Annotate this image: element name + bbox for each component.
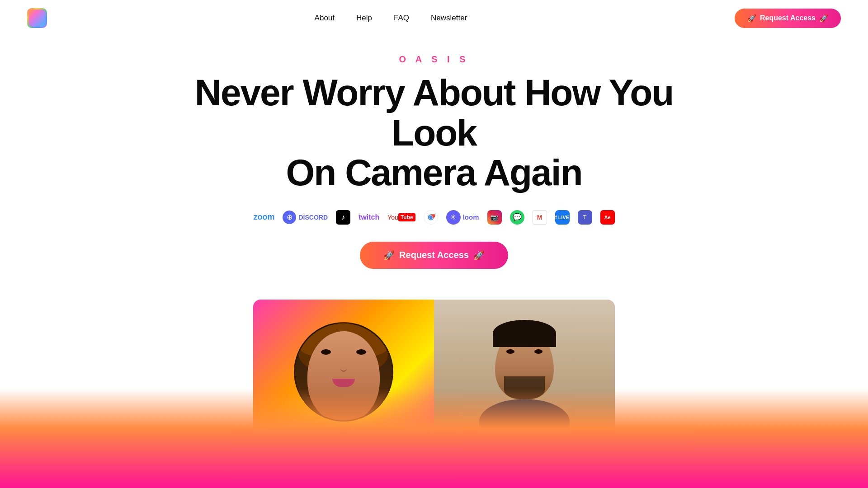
hero-cta-wrapper: 🚀 Request Access 🚀 [9, 242, 859, 269]
hero-request-access-button[interactable]: 🚀 Request Access 🚀 [360, 242, 508, 269]
instagram-icon: 📷 [487, 210, 502, 225]
logo-instagram: 📷 [487, 209, 502, 225]
nav-help[interactable]: Help [356, 14, 372, 23]
loom-icon: ✳ [446, 210, 461, 225]
hero-title-line1: Never Worry About How You Look [195, 72, 674, 153]
nav-request-access-button[interactable]: 🚀 Request Access 🚀 [735, 9, 841, 28]
avatar-face [307, 331, 380, 422]
logo-loom: ✳ loom [446, 209, 479, 225]
logo-tiktok: ♪ [336, 209, 350, 225]
hero-section: O A S I S Never Worry About How You Look… [0, 36, 868, 300]
person-body [479, 399, 570, 444]
tiktok-icon: ♪ [336, 210, 350, 225]
adobe-icon: Ae [600, 210, 615, 225]
video-section [0, 300, 868, 444]
discord-text: DISCORD [298, 214, 328, 221]
gmail-icon: M [533, 210, 547, 225]
logo[interactable] [27, 8, 47, 28]
twitch-text: twitch [359, 213, 379, 221]
nav-newsletter[interactable]: Newsletter [431, 14, 467, 23]
nav-cta-icon-left: 🚀 [747, 14, 756, 23]
avatar-nose [340, 363, 347, 372]
avatar-eye-left [321, 349, 331, 355]
person-beard [504, 376, 545, 399]
nav-about[interactable]: About [315, 14, 335, 23]
navbar: About Help FAQ Newsletter 🚀 Request Acce… [0, 0, 868, 36]
chrome-icon [424, 210, 438, 225]
nav-cta-icon-right: 🚀 [819, 14, 828, 23]
youtube-badge: Tube [398, 213, 415, 221]
person-head [495, 327, 554, 399]
zoom-text: zoom [253, 212, 274, 222]
person-eye-right [534, 349, 542, 354]
logo-twitch: twitch [359, 209, 379, 225]
nav-links: About Help FAQ Newsletter [315, 14, 467, 23]
facebook-live-icon: f LIVE [555, 210, 570, 225]
logo-adobe: Ae [600, 209, 615, 225]
logo-zoom: zoom [253, 209, 274, 225]
nav-cta-label: Request Access [760, 14, 816, 22]
ai-avatar [294, 322, 393, 422]
hero-title: Never Worry About How You Look On Camera… [185, 73, 683, 193]
logo-facebook-live: f LIVE [555, 209, 570, 225]
video-left-ai [253, 300, 434, 444]
youtube-text: You [387, 214, 398, 221]
person-hair [493, 320, 556, 347]
whatsapp-icon: 💬 [510, 210, 524, 225]
avatar-eye-right [356, 349, 366, 355]
real-person [434, 300, 615, 444]
loom-text: loom [463, 213, 479, 221]
hero-cta-label: Request Access [399, 250, 469, 260]
logo-discord: ⊕ DISCORD [283, 209, 328, 225]
video-right-real [434, 300, 615, 444]
hero-cta-icon-right: 🚀 [473, 250, 485, 261]
logo-chrome [424, 209, 438, 225]
svg-point-3 [429, 216, 432, 219]
logo-gmail: M [533, 209, 547, 225]
discord-icon: ⊕ [283, 211, 296, 224]
person-eye-left [506, 349, 514, 354]
avatar-mouth [332, 379, 355, 387]
logos-row: zoom ⊕ DISCORD ♪ twitch YouTube [9, 209, 859, 225]
hero-cta-icon-left: 🚀 [383, 250, 395, 261]
teams-icon: T [578, 210, 592, 225]
brand-name: O A S I S [9, 54, 859, 65]
nav-faq[interactable]: FAQ [394, 14, 409, 23]
video-container [253, 300, 615, 444]
hero-title-line2: On Camera Again [286, 152, 582, 193]
logo-youtube: YouTube [387, 209, 415, 225]
logo-teams: T [578, 209, 592, 225]
logo-whatsapp: 💬 [510, 209, 524, 225]
